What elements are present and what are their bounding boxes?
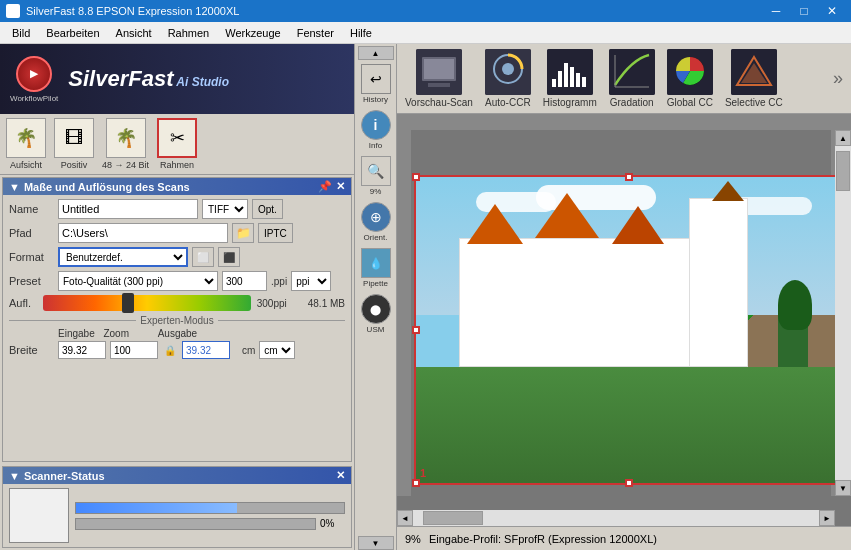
expert-header-row: Eingabe Zoom Ausgabe: [9, 328, 345, 339]
format-icon-btn1[interactable]: ⬜: [192, 247, 214, 267]
toolbar-scc[interactable]: Selective CC: [725, 49, 783, 108]
scan-area: Vorschau-Scan Auto-CCR: [397, 44, 851, 550]
menu-bearbeiten[interactable]: Bearbeiten: [38, 25, 107, 41]
hist-icon: [547, 49, 593, 95]
positiv-label: Positiv: [61, 160, 88, 170]
scanner-preview-box: [9, 488, 69, 543]
handle-tm[interactable]: [625, 173, 633, 181]
ppi-label: .ppi: [271, 276, 287, 287]
scroll-down-btn[interactable]: ▼: [835, 480, 851, 496]
maximize-button[interactable]: □: [791, 0, 817, 22]
horizontal-scrollbar[interactable]: ◄ ►: [397, 510, 835, 526]
handle-bl[interactable]: [412, 479, 420, 487]
breite-eingabe-input[interactable]: [58, 341, 106, 359]
toolbar-hist[interactable]: Histogramm: [543, 49, 597, 108]
scroll-track: [835, 146, 851, 480]
history-label: History: [363, 95, 388, 104]
scroll-up-btn[interactable]: ▲: [835, 130, 851, 146]
sidebar-tool-zoom[interactable]: 🔍 9%: [358, 154, 394, 198]
menu-rahmen[interactable]: Rahmen: [160, 25, 218, 41]
unit-select[interactable]: cm: [259, 341, 295, 359]
resolution-slider[interactable]: [43, 295, 251, 311]
format-type-select[interactable]: TIFF: [202, 199, 248, 219]
resolution-slider-thumb[interactable]: [122, 293, 134, 313]
toolbar-grad[interactable]: Gradation: [609, 49, 655, 108]
format-label: Format: [9, 251, 54, 263]
format-select[interactable]: Benutzerdef.: [58, 247, 188, 267]
sidebar-tool-history[interactable]: ↩ History: [358, 62, 394, 106]
48bit-label: 48 → 24 Bit: [102, 160, 149, 170]
toolbar-vorschau[interactable]: Vorschau-Scan: [405, 49, 473, 108]
name-row: Name TIFF Opt.: [9, 199, 345, 219]
scanner-panel-collapse[interactable]: ▼: [9, 470, 20, 482]
vertical-scrollbar[interactable]: ▲ ▼: [835, 130, 851, 496]
pipette-icon: 💧: [361, 248, 391, 278]
sf-sub: Ai Studio: [173, 75, 229, 89]
scanner-panel-close[interactable]: ✕: [336, 469, 345, 482]
ppi-unit-select[interactable]: ppi: [291, 271, 331, 291]
sidebar-tool-orient[interactable]: ⊕ Orient.: [358, 200, 394, 244]
menu-ansicht[interactable]: Ansicht: [108, 25, 160, 41]
toolbar-expand[interactable]: »: [833, 68, 843, 89]
opt-button[interactable]: Opt.: [252, 199, 283, 219]
panel-collapse-icon[interactable]: ▼: [9, 181, 20, 193]
iptc-button[interactable]: IPTC: [258, 223, 293, 243]
h-scroll-thumb[interactable]: [423, 511, 483, 525]
sidebar-tool-info[interactable]: i Info: [358, 108, 394, 152]
menu-fenster[interactable]: Fenster: [289, 25, 342, 41]
tool-rahmen[interactable]: ✂ Rahmen: [157, 118, 197, 170]
path-input[interactable]: [58, 223, 228, 243]
scroll-left-btn[interactable]: ◄: [397, 510, 413, 526]
handle-ml[interactable]: [412, 326, 420, 334]
orient-label: Orient.: [363, 233, 387, 242]
svg-point-6: [502, 63, 514, 75]
breite-ausgabe-input[interactable]: [182, 341, 230, 359]
folder-button[interactable]: 📁: [232, 223, 254, 243]
format-row: Format Benutzerdef. ⬜ ⬛: [9, 247, 345, 267]
info-icon: i: [361, 110, 391, 140]
autocr-icon: [485, 49, 531, 95]
tool-positiv[interactable]: 🎞 Positiv: [54, 118, 94, 170]
menubar: Bild Bearbeiten Ansicht Rahmen Werkzeuge…: [0, 22, 851, 44]
workflow-pilot[interactable]: ▶ WorkflowPilot: [10, 56, 58, 103]
tool-48bit[interactable]: 🌴 48 → 24 Bit: [102, 118, 149, 170]
minimize-button[interactable]: ─: [763, 0, 789, 22]
sidebar-tool-pipette[interactable]: 💧 Pipette: [358, 246, 394, 290]
zoom-pct-label: 9%: [370, 187, 382, 196]
svg-rect-2: [424, 59, 454, 79]
sidebar-scroll-down[interactable]: ▼: [358, 536, 394, 550]
close-button[interactable]: ✕: [819, 0, 845, 22]
unit-label: cm: [242, 345, 255, 356]
menu-werkzeuge[interactable]: Werkzeuge: [217, 25, 288, 41]
ppi-input[interactable]: [222, 271, 267, 291]
name-input[interactable]: [58, 199, 198, 219]
panel-pin-btn[interactable]: 📌: [318, 180, 332, 193]
handle-bm[interactable]: [625, 479, 633, 487]
panel-close-btn[interactable]: ✕: [336, 180, 345, 193]
scc-icon: [731, 49, 777, 95]
zoom-input[interactable]: [110, 341, 158, 359]
scanner-content: 0%: [3, 484, 351, 547]
scroll-right-btn[interactable]: ►: [819, 510, 835, 526]
lock-icon[interactable]: 🔒: [162, 342, 178, 358]
sidebar-tool-usm[interactable]: ⬤ USM: [358, 292, 394, 336]
menu-bild[interactable]: Bild: [4, 25, 38, 41]
sidebar-scroll-up[interactable]: ▲: [358, 46, 394, 60]
rahmen-label: Rahmen: [160, 160, 194, 170]
handle-tl[interactable]: [412, 173, 420, 181]
toolbar-autocr[interactable]: Auto-CCR: [485, 49, 531, 108]
eingabe-col-label: Eingabe: [58, 328, 95, 339]
toolbar-gcc[interactable]: Global CC: [667, 49, 713, 108]
scanner-status-panel: ▼ Scanner-Status ✕: [2, 466, 352, 548]
gcc-icon: [667, 49, 713, 95]
logo-area: ▶ WorkflowPilot SilverFast Ai Studio: [0, 44, 354, 114]
tool-aufsicht[interactable]: 🌴 Aufsicht: [6, 118, 46, 170]
svg-rect-12: [576, 73, 580, 87]
orient-icon: ⊕: [361, 202, 391, 232]
scroll-thumb[interactable]: [836, 151, 850, 191]
format-icon-btn2[interactable]: ⬛: [218, 247, 240, 267]
hist-label: Histogramm: [543, 97, 597, 108]
menu-hilfe[interactable]: Hilfe: [342, 25, 380, 41]
status-zoom: 9%: [405, 533, 421, 545]
preset-select[interactable]: Foto-Qualität (300 ppi): [58, 271, 218, 291]
